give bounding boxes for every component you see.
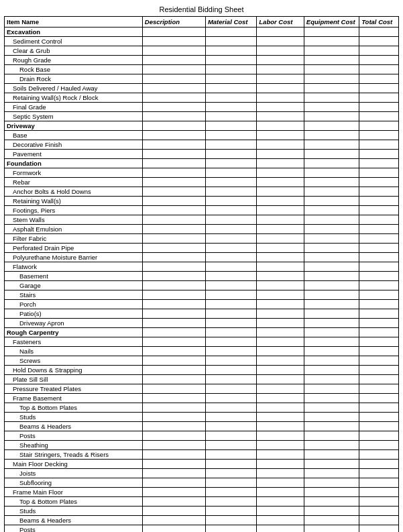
cell-value[interactable] (205, 197, 256, 206)
cell-value[interactable] (304, 422, 359, 431)
cell-value[interactable] (304, 225, 359, 234)
cell-value[interactable] (205, 507, 256, 516)
cell-value[interactable] (304, 234, 359, 244)
cell-value[interactable] (359, 507, 399, 516)
cell-value[interactable] (359, 488, 399, 497)
cell-value[interactable] (205, 469, 256, 478)
cell-value[interactable] (304, 74, 359, 84)
cell-value[interactable] (142, 244, 205, 253)
cell-value[interactable] (359, 469, 399, 478)
cell-value[interactable] (359, 140, 399, 150)
cell-value[interactable] (205, 37, 256, 46)
cell-value[interactable] (304, 281, 359, 290)
cell-value[interactable] (304, 215, 359, 225)
cell-value[interactable] (257, 178, 304, 187)
cell-value[interactable] (304, 488, 359, 497)
cell-value[interactable] (304, 93, 359, 103)
cell-value[interactable] (257, 131, 304, 140)
cell-value[interactable] (205, 319, 256, 328)
cell-value[interactable] (304, 244, 359, 253)
cell-value[interactable] (205, 225, 256, 234)
cell-value[interactable] (205, 74, 256, 84)
cell-value[interactable] (257, 46, 304, 56)
cell-value[interactable] (257, 272, 304, 281)
cell-value[interactable] (359, 272, 399, 281)
cell-value[interactable] (257, 37, 304, 46)
cell-value[interactable] (304, 525, 359, 533)
cell-value[interactable] (205, 168, 256, 178)
cell-value[interactable] (257, 413, 304, 422)
cell-value[interactable] (142, 356, 205, 366)
cell-value[interactable] (359, 244, 399, 253)
cell-value[interactable] (205, 215, 256, 225)
cell-value[interactable] (205, 103, 256, 112)
cell-value[interactable] (257, 450, 304, 460)
cell-value[interactable] (257, 74, 304, 84)
cell-value[interactable] (304, 140, 359, 150)
cell-value[interactable] (257, 441, 304, 450)
cell-value[interactable] (359, 56, 399, 65)
cell-value[interactable] (359, 234, 399, 244)
cell-value[interactable] (142, 441, 205, 450)
cell-value[interactable] (304, 460, 359, 469)
cell-value[interactable] (205, 56, 256, 65)
cell-value[interactable] (142, 394, 205, 403)
cell-value[interactable] (257, 347, 304, 356)
cell-value[interactable] (359, 131, 399, 140)
cell-value[interactable] (257, 168, 304, 178)
cell-value[interactable] (142, 140, 205, 150)
cell-value[interactable] (142, 234, 205, 244)
cell-value[interactable] (205, 272, 256, 281)
cell-value[interactable] (205, 281, 256, 290)
cell-value[interactable] (205, 356, 256, 366)
cell-value[interactable] (205, 65, 256, 74)
cell-value[interactable] (304, 37, 359, 46)
cell-value[interactable] (359, 206, 399, 215)
cell-value[interactable] (257, 187, 304, 197)
cell-value[interactable] (257, 516, 304, 525)
cell-value[interactable] (142, 525, 205, 533)
cell-value[interactable] (304, 441, 359, 450)
cell-value[interactable] (359, 384, 399, 394)
cell-value[interactable] (257, 112, 304, 121)
cell-value[interactable] (359, 150, 399, 159)
cell-value[interactable] (205, 403, 256, 413)
cell-value[interactable] (205, 93, 256, 103)
cell-value[interactable] (359, 300, 399, 309)
cell-value[interactable] (304, 507, 359, 516)
cell-value[interactable] (257, 525, 304, 533)
cell-value[interactable] (257, 262, 304, 272)
cell-value[interactable] (205, 290, 256, 300)
cell-value[interactable] (359, 525, 399, 533)
cell-value[interactable] (142, 413, 205, 422)
cell-value[interactable] (142, 187, 205, 197)
cell-value[interactable] (304, 469, 359, 478)
cell-value[interactable] (205, 187, 256, 197)
cell-value[interactable] (142, 347, 205, 356)
cell-value[interactable] (142, 225, 205, 234)
cell-value[interactable] (205, 347, 256, 356)
cell-value[interactable] (205, 140, 256, 150)
cell-value[interactable] (205, 431, 256, 441)
cell-value[interactable] (304, 150, 359, 159)
cell-value[interactable] (304, 319, 359, 328)
cell-value[interactable] (142, 103, 205, 112)
cell-value[interactable] (142, 131, 205, 140)
cell-value[interactable] (205, 253, 256, 262)
cell-value[interactable] (205, 262, 256, 272)
cell-value[interactable] (142, 384, 205, 394)
cell-value[interactable] (257, 319, 304, 328)
cell-value[interactable] (359, 413, 399, 422)
cell-value[interactable] (359, 403, 399, 413)
cell-value[interactable] (257, 366, 304, 375)
cell-value[interactable] (304, 394, 359, 403)
cell-value[interactable] (359, 309, 399, 319)
cell-value[interactable] (205, 234, 256, 244)
cell-value[interactable] (142, 422, 205, 431)
cell-value[interactable] (205, 413, 256, 422)
cell-value[interactable] (257, 375, 304, 384)
cell-value[interactable] (257, 197, 304, 206)
cell-value[interactable] (205, 488, 256, 497)
cell-value[interactable] (205, 206, 256, 215)
cell-value[interactable] (304, 478, 359, 488)
